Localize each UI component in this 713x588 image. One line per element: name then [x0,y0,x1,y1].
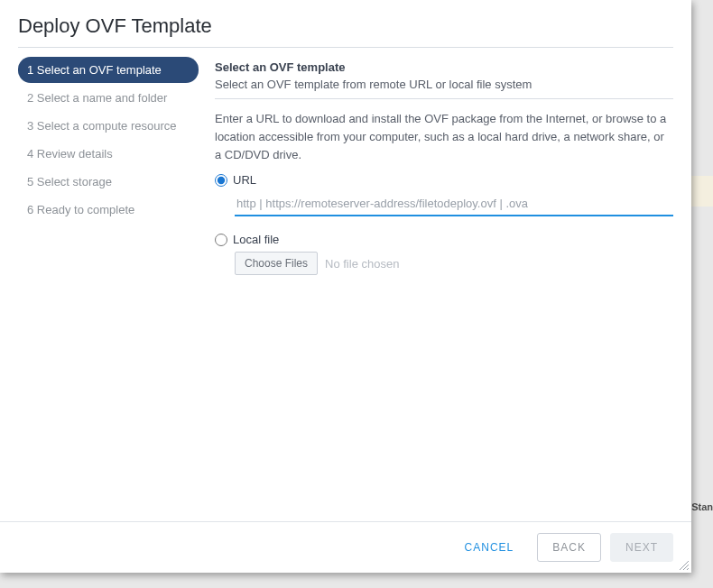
dialog-header: Deploy OVF Template [0,0,691,47]
choose-files-button[interactable]: Choose Files [235,252,318,275]
background-tag: Stan [691,501,713,512]
panel-title: Select an OVF template [215,60,673,74]
deploy-ovf-dialog: Deploy OVF Template 1 Select an OVF temp… [0,0,691,573]
step-review-details: 4 Review details [18,141,199,167]
panel-main: Select an OVF template Select an OVF tem… [199,57,673,521]
background-strip [691,176,713,207]
dialog-footer: CANCEL BACK NEXT [0,521,691,573]
radio-url[interactable] [215,174,227,187]
cancel-button[interactable]: CANCEL [450,534,529,561]
panel-subtitle: Select an OVF template from remote URL o… [215,78,673,91]
step-select-storage: 5 Select storage [18,169,199,195]
panel-divider [215,98,673,99]
step-select-compute-resource: 3 Select a compute resource [18,113,199,139]
file-chooser-row: Choose Files No file chosen [235,252,673,275]
url-input-wrap [235,192,673,216]
back-button[interactable]: BACK [537,533,601,562]
dialog-title: Deploy OVF Template [18,14,673,38]
radio-local-row[interactable]: Local file [215,233,673,246]
radio-url-row[interactable]: URL [215,173,673,187]
radio-local-file[interactable] [215,234,227,246]
step-select-ovf-template[interactable]: 1 Select an OVF template [18,57,199,83]
step-ready-complete: 6 Ready to complete [18,197,199,223]
no-file-chosen-text: No file chosen [325,257,399,271]
step-select-name-folder: 2 Select a name and folder [18,85,199,111]
radio-url-label: URL [233,173,256,187]
panel-description: Enter a URL to download and install the … [215,110,673,164]
dialog-content: 1 Select an OVF template 2 Select a name… [0,48,691,521]
next-button[interactable]: NEXT [610,533,673,562]
radio-local-label: Local file [233,233,279,246]
url-input[interactable] [235,192,673,216]
wizard-steps: 1 Select an OVF template 2 Select a name… [18,57,199,521]
